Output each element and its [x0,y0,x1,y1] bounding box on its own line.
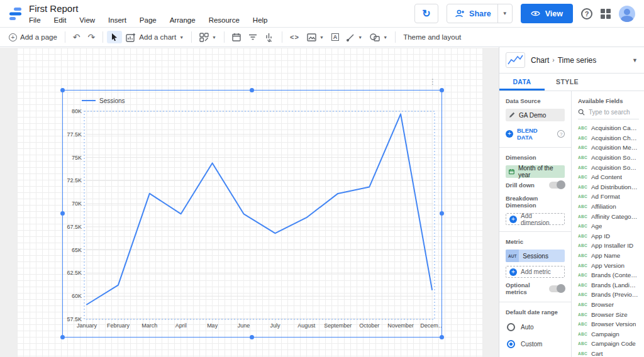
share-menu-caret[interactable]: ▼ [497,4,512,23]
text-button[interactable]: A [328,31,343,43]
resize-handle-top-left[interactable] [60,88,65,92]
add-page-button[interactable]: + Add a page [5,31,61,43]
blend-help-icon[interactable]: ? [557,130,565,138]
chart-widget[interactable]: 80K77.5K75K72.5K70K67.5K65K62.5K60K57.5K… [62,90,442,338]
field-item[interactable]: ABC Browser Size [578,309,639,319]
select-tool-button[interactable] [107,31,122,43]
field-item[interactable]: ABC Acquisition Source [578,153,639,163]
radio-custom-icon[interactable] [507,340,515,348]
date-range-control-button[interactable] [228,31,245,43]
field-item[interactable]: ABC App Version [578,260,639,270]
add-dimension-chip[interactable]: + Add dimension [506,213,565,225]
field-item[interactable]: ABC Acquisition Medium [578,143,639,153]
field-item[interactable]: ABC App ID [578,231,639,241]
menu-insert[interactable]: Insert [108,16,126,24]
field-item[interactable]: ABC Affiliation [578,202,639,212]
breadcrumb: Chart › Time series [531,56,596,65]
redo-button[interactable]: ↷ [84,30,99,44]
add-chart-label: Add a chart [139,33,176,41]
field-item[interactable]: ABC App Name [578,251,639,261]
panel-tabs: DATA STYLE [499,74,644,91]
chart-options-grip[interactable]: ⋮ [429,78,436,85]
dimension-chip[interactable]: Month of the year [506,165,565,178]
drill-down-toggle[interactable] [549,182,565,189]
chevron-down-icon[interactable]: ▼ [632,57,638,63]
field-item[interactable]: ABC Acquisition Campaign [578,123,639,133]
apps-grid-icon[interactable] [601,9,611,19]
shape-button[interactable]: ▼ [366,31,391,43]
menu-help[interactable]: Help [253,16,268,24]
add-metric-chip[interactable]: + Add metric [506,266,565,278]
field-item[interactable]: ABC App Installer ID [578,241,639,251]
menu-view[interactable]: View [79,16,95,24]
line-button[interactable]: ▼ [343,31,366,43]
image-button[interactable]: ▼ [303,31,328,43]
optional-metrics-toggle[interactable] [549,285,565,292]
field-item[interactable]: ABC Brands (Content Group) [578,270,639,280]
panel-header[interactable]: Chart › Time series ▼ [499,47,644,74]
looker-studio-logo[interactable] [8,6,24,22]
view-button[interactable]: View [521,4,573,23]
radio-auto-icon[interactable] [507,323,515,331]
svg-text:62.5K: 62.5K [67,270,82,276]
blend-data-button[interactable]: BLEND DATA [517,127,553,141]
resize-handle-bottom-mid[interactable] [250,335,254,339]
tab-data[interactable]: DATA [499,74,545,91]
data-source-chip[interactable]: GA Demo [506,109,565,121]
default-date-range-label: Default date range [506,309,565,316]
calendar-small-icon [509,168,514,175]
refresh-button[interactable]: ↻ [414,4,438,23]
add-chart-button[interactable]: Add a chart ▼ [122,31,187,44]
url-embed-button[interactable]: <> [286,31,303,43]
field-item[interactable]: ABC Affinity Category (reac… [578,211,639,221]
undo-button[interactable]: ↶ [69,30,84,44]
field-item[interactable]: ABC Acquisition Source / … [578,162,639,172]
resize-handle-top-right[interactable] [440,88,444,92]
menu-arrange[interactable]: Arrange [170,16,196,24]
help-icon[interactable]: ? [581,8,592,19]
user-avatar[interactable] [619,6,635,22]
drill-down-label: Drill down [506,182,535,189]
field-item[interactable]: ABC Browser Version [578,319,639,329]
canvas-workspace[interactable]: 80K77.5K75K72.5K70K67.5K65K62.5K60K57.5K… [0,48,499,357]
share-button[interactable]: Share ▼ [447,4,513,23]
field-search-input[interactable] [589,109,639,116]
metric-chip[interactable]: AUT Sessions [506,250,565,262]
field-name: Acquisition Campaign [591,124,639,131]
share-button-main[interactable]: Share [447,9,497,18]
svg-text:60K: 60K [72,293,82,299]
field-search[interactable] [578,109,639,119]
report-title[interactable]: First Report [29,4,268,14]
resize-handle-bottom-right[interactable] [440,335,444,339]
time-series-chart[interactable]: 80K77.5K75K72.5K70K67.5K65K62.5K60K57.5K… [63,91,441,337]
field-item[interactable]: ABC Ad Distribution Netwo… [578,182,639,192]
field-item[interactable]: ABC Age [578,221,639,231]
data-control-button[interactable] [261,31,278,44]
community-visualizations-button[interactable]: ▼ [196,31,220,44]
tab-style[interactable]: STYLE [545,74,590,91]
report-page[interactable]: 80K77.5K75K72.5K70K67.5K65K62.5K60K57.5K… [17,48,483,357]
menu-edit[interactable]: Edit [54,16,67,24]
menu-resource[interactable]: Resource [209,16,240,24]
field-item[interactable]: ABC Browser [578,300,639,310]
field-item[interactable]: ABC Acquisition Channel [578,133,639,143]
shape-caret: ▼ [383,35,387,40]
resize-handle-mid-left[interactable] [60,211,65,216]
field-item[interactable]: ABC Brands (Landing Cont… [578,280,639,290]
resize-handle-bottom-left[interactable] [60,335,65,339]
field-item[interactable]: ABC Brands (Previous Con… [578,290,639,300]
svg-text:July: July [270,322,280,329]
menu-page[interactable]: Page [140,16,157,24]
field-item[interactable]: ABC Ad Content [578,172,639,182]
field-item[interactable]: ABC Campaign Code [578,339,639,349]
date-range-option-auto[interactable]: Auto [507,323,565,331]
menu-file[interactable]: File [29,16,41,24]
field-item[interactable]: ABC Campaign [578,329,639,339]
filter-control-button[interactable] [245,31,261,43]
resize-handle-mid-right[interactable] [440,211,444,216]
field-item[interactable]: ABC Cart [578,349,639,357]
resize-handle-top-mid[interactable] [250,88,254,92]
field-item[interactable]: ABC Ad Format [578,192,639,202]
theme-layout-button[interactable]: Theme and layout [399,31,465,43]
date-range-option-custom[interactable]: Custom [507,340,565,348]
